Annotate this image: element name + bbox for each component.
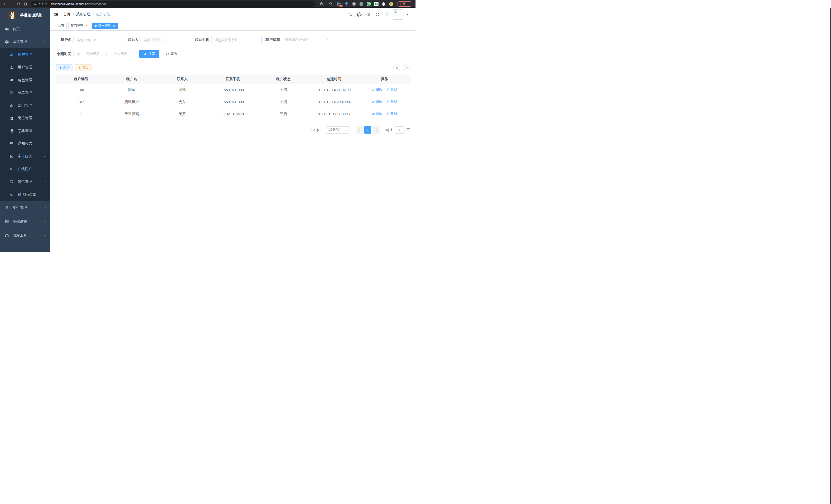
export-button[interactable]: 导出 <box>75 64 91 71</box>
date-range-input[interactable]: 开始日期 - 结束日期 <box>74 50 136 58</box>
tab-部门管理[interactable]: 部门管理× <box>68 23 90 29</box>
sidebar-item-dict[interactable]: 字典管理 <box>0 125 50 138</box>
reset-button[interactable]: 重置 <box>162 50 181 58</box>
tab-租户管理[interactable]: 租户管理× <box>92 23 118 29</box>
next-page-button[interactable] <box>373 126 380 134</box>
show-search-toggle-button[interactable] <box>393 64 400 71</box>
ext-emoji-icon[interactable] <box>389 2 394 6</box>
reset-button-label: 重置 <box>171 52 177 56</box>
goto-page-input[interactable] <box>395 126 404 134</box>
sidebar-item-user[interactable]: 用户管理 <box>0 61 50 74</box>
sidebar-item-error-code[interactable]: 错误码管理 <box>0 188 50 201</box>
tenant-name-input[interactable] <box>74 36 124 44</box>
contact-input[interactable] <box>141 36 191 44</box>
search-button[interactable]: 搜索 <box>139 50 159 58</box>
sidebar-item-dept[interactable]: 部门管理 <box>0 99 50 112</box>
breadcrumb-separator: / <box>93 12 94 17</box>
ext-chat-icon[interactable] <box>374 2 379 6</box>
menu-tree-icon <box>9 91 14 95</box>
search-icon[interactable] <box>348 12 352 17</box>
edit-link[interactable]: 修改 <box>372 87 382 92</box>
sidebar-toggle-icon[interactable] <box>53 11 59 18</box>
delete-link[interactable]: 删除 <box>387 99 398 104</box>
delete-link[interactable]: 删除 <box>387 112 398 116</box>
github-icon[interactable] <box>357 12 362 17</box>
prev-page-button[interactable] <box>355 126 363 134</box>
ext-command-icon[interactable]: ⌘ <box>351 2 356 6</box>
page-size-value: 10条/页 <box>329 128 340 132</box>
sidebar-item-audit-log[interactable]: 审计日志 <box>0 150 50 163</box>
edit-link[interactable]: 修改 <box>372 112 382 116</box>
filter-row-2: 创建时间 开始日期 - 结束日期 搜索 重置 <box>56 50 410 58</box>
cell-租户状态: 开启 <box>258 108 309 120</box>
browser-reload-icon[interactable] <box>16 1 22 7</box>
tab-close-icon[interactable]: × <box>112 24 116 28</box>
fullscreen-icon[interactable] <box>375 12 379 17</box>
mobile-input[interactable] <box>211 36 262 44</box>
search-icon <box>143 52 147 56</box>
sidebar-item-sms[interactable]: 短信管理 <box>0 175 50 188</box>
ext-grid-badge-icon[interactable]: 10 <box>337 2 342 6</box>
navbar-actions: TT ▼ <box>348 9 409 20</box>
browser-forward-icon[interactable] <box>9 1 16 7</box>
sidebar-item-tenant[interactable]: 租户管理 <box>0 48 50 61</box>
edit-link-label: 修改 <box>376 87 382 92</box>
app-logo[interactable]: 芋道管理系统 <box>0 8 50 23</box>
avatar[interactable] <box>393 9 403 20</box>
sidebar-item-infrastructure[interactable]: 基础设施 <box>0 215 50 229</box>
help-icon[interactable] <box>366 12 371 17</box>
page-number-button[interactable]: 1 <box>364 126 371 134</box>
tab-close-icon[interactable]: × <box>85 24 88 28</box>
cell-联系人: 秃头 <box>157 96 208 108</box>
delete-link[interactable]: 删除 <box>387 87 398 92</box>
add-button[interactable]: 新增 <box>56 64 73 71</box>
browser-home-icon[interactable] <box>22 1 29 7</box>
security-warning-icon[interactable] <box>34 3 36 5</box>
breadcrumb: 首页/系统管理/租户管理 <box>63 12 111 17</box>
filter-label: 联系人 <box>128 37 139 42</box>
bookmark-star-icon[interactable] <box>327 1 334 7</box>
goto-label: 前往 <box>386 128 393 132</box>
refresh-table-button[interactable] <box>403 64 410 71</box>
filter-label: 租户状态 <box>265 37 280 42</box>
page-size-select[interactable]: 10条/页 <box>326 126 349 134</box>
sidebar-item-online-user[interactable]: 在线用户 <box>0 163 50 176</box>
sidebar-item-system[interactable]: 系统管理 <box>0 35 50 48</box>
sidebar-item-home[interactable]: 首页 <box>0 23 50 35</box>
app-title: 芋道管理系统 <box>20 13 42 18</box>
sidebar-item-post[interactable]: 岗位管理 <box>0 112 50 125</box>
browser-update-button[interactable]: 更新 ⋮ <box>397 1 412 7</box>
sidebar-item-notice[interactable]: 通知公告 <box>0 138 50 150</box>
status-select[interactable]: 请选择租户状态 <box>282 36 332 44</box>
address-url[interactable]: dashboard.yudao.iocoder.cn/system/tenant <box>51 2 107 5</box>
sidebar-item-payment[interactable]: ¥支付管理 <box>0 201 50 215</box>
sidebar-item-role[interactable]: 角色管理 <box>0 74 50 87</box>
sidebar-item-dev-tools[interactable]: 研发工具 <box>0 229 50 242</box>
sidebar-item-menu[interactable]: 菜单管理 <box>0 87 50 99</box>
extension-icons: 10⌘Y <box>337 2 394 6</box>
avatar-dropdown-caret-icon[interactable]: ▼ <box>406 13 409 16</box>
edit-link[interactable]: 修改 <box>372 99 382 104</box>
share-icon[interactable] <box>318 1 325 7</box>
cell-actions: 修改删除 <box>359 84 410 96</box>
cell-联系人: 测试 <box>157 84 208 96</box>
security-label[interactable]: 不安全 <box>38 2 47 6</box>
ext-puzzle-icon[interactable] <box>381 2 386 6</box>
font-size-icon[interactable]: TT <box>384 12 388 17</box>
cell-联系手机: 15601691300 <box>208 84 258 96</box>
ext-yudao-icon[interactable]: Y <box>366 2 371 6</box>
roles-users-icon <box>9 78 14 82</box>
breadcrumb-item[interactable]: 系统管理 <box>76 12 90 17</box>
tab-首页[interactable]: 首页 <box>56 23 66 29</box>
sidebar-item-label: 研发工具 <box>12 233 27 238</box>
breadcrumb-item[interactable]: 首页 <box>63 12 70 17</box>
browser-back-icon[interactable] <box>2 1 9 7</box>
dev-tools-icon <box>5 234 9 238</box>
ext-record-icon[interactable] <box>359 2 364 6</box>
sidebar-item-label: 字典管理 <box>18 129 32 133</box>
browser-menu-dots-icon[interactable]: ⋮ <box>407 2 410 6</box>
edit-pen-icon <box>372 88 375 91</box>
breadcrumb-item: 租户管理 <box>96 12 111 17</box>
ext-kite-icon[interactable] <box>344 2 349 6</box>
address-bar[interactable]: 不安全 dashboard.yudao.iocoder.cn/system/te… <box>31 1 316 7</box>
